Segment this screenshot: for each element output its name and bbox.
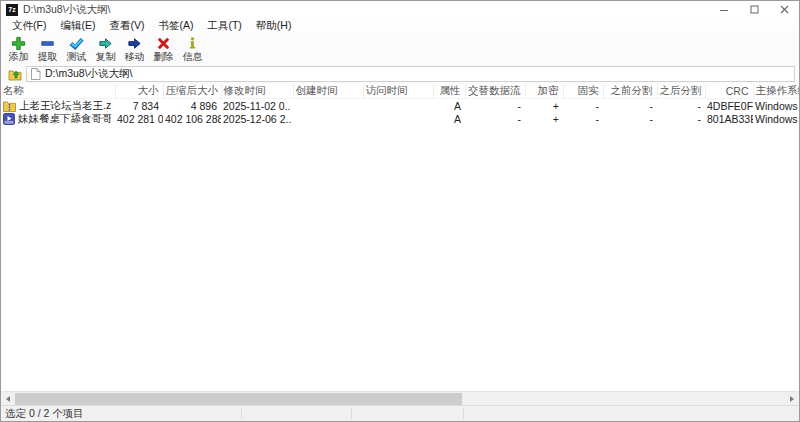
file-split-after: - xyxy=(657,112,705,125)
window-controls xyxy=(709,1,799,18)
folder-up-icon xyxy=(8,68,23,81)
copy-arrow-icon xyxy=(98,36,113,51)
column-split-before[interactable]: 之前分割 xyxy=(603,84,657,99)
status-bar: 选定 0 / 2 个项目 xyxy=(1,405,799,421)
file-alt-streams: - xyxy=(465,99,525,113)
file-packed-size: 402 106 288 xyxy=(163,112,221,125)
maximize-icon xyxy=(750,5,759,14)
column-split-after[interactable]: 之后分割 xyxy=(657,84,705,99)
file-crc: 801AB33E xyxy=(705,112,753,125)
file-created xyxy=(293,99,363,113)
test-check-icon xyxy=(69,36,84,51)
file-created xyxy=(293,112,363,125)
parent-folder-button[interactable] xyxy=(4,66,26,82)
menu-tools[interactable]: 工具(T) xyxy=(200,18,248,34)
scrollbar-thumb[interactable] xyxy=(15,393,462,405)
column-crc[interactable]: CRC xyxy=(705,84,753,99)
file-host-os: Windows xyxy=(753,99,799,113)
file-split-before: - xyxy=(603,112,657,125)
status-separator xyxy=(463,408,464,419)
status-separator xyxy=(351,408,352,419)
scroll-right-icon xyxy=(790,396,794,402)
file-alt-streams: - xyxy=(465,112,525,125)
move-button[interactable]: 移动 xyxy=(120,36,149,63)
column-header-row: 名称 大小 压缩后大小 修改时间 创建时间 访问时间 属性 交替数据流 加密 固… xyxy=(1,84,799,99)
test-button[interactable]: 测试 xyxy=(62,36,91,63)
menu-help[interactable]: 帮助(H) xyxy=(249,18,299,34)
maximize-button[interactable] xyxy=(739,1,769,18)
document-icon xyxy=(30,68,41,80)
file-split-before: - xyxy=(603,99,657,113)
scroll-left-button[interactable] xyxy=(1,392,15,406)
column-size[interactable]: 大小 xyxy=(115,84,163,99)
extract-button[interactable]: 提取 xyxy=(33,36,62,63)
copy-label: 复制 xyxy=(96,51,116,63)
address-path: D:\m3u8\小说大纲\ xyxy=(45,67,133,81)
column-attributes[interactable]: 属性 xyxy=(433,84,465,99)
close-button[interactable] xyxy=(769,1,799,18)
address-combobox[interactable]: D:\m3u8\小说大纲\ xyxy=(26,66,795,82)
file-name: 妹妹餐桌下舔食哥哥的.. xyxy=(18,112,111,125)
extract-label: 提取 xyxy=(38,51,58,63)
7zip-file-manager-window: 7z D:\m3u8\小说大纲\ 文件(F) 编辑(E) 查看(V) 书签(A)… xyxy=(0,0,800,422)
scroll-left-icon xyxy=(6,396,10,402)
copy-button[interactable]: 复制 xyxy=(91,36,120,63)
file-solid: - xyxy=(563,112,603,125)
menu-bookmarks[interactable]: 书签(A) xyxy=(151,18,200,34)
minimize-button[interactable] xyxy=(709,1,739,18)
column-host-os[interactable]: 主操作系统 xyxy=(753,84,799,99)
add-plus-icon xyxy=(11,36,26,51)
window-title: D:\m3u8\小说大纲\ xyxy=(23,3,709,17)
horizontal-scrollbar xyxy=(1,391,799,405)
menu-edit[interactable]: 编辑(E) xyxy=(53,18,102,34)
column-created[interactable]: 创建时间 xyxy=(293,84,363,99)
scroll-right-button[interactable] xyxy=(785,392,799,406)
move-arrow-icon xyxy=(127,36,142,51)
file-accessed xyxy=(363,112,433,125)
file-modified: 2025-11-02 0.. xyxy=(221,99,293,113)
close-icon xyxy=(780,5,789,14)
menu-view[interactable]: 查看(V) xyxy=(102,18,151,34)
column-encrypted[interactable]: 加密 xyxy=(525,84,563,99)
delete-button[interactable]: 删除 xyxy=(149,36,178,63)
selection-status: 选定 0 / 2 个项目 xyxy=(1,407,84,421)
file-accessed xyxy=(363,99,433,113)
file-attributes: A xyxy=(433,112,465,125)
file-row-zip[interactable]: 上老王论坛当老王.zip 7 834 4 896 2025-11-02 0.. … xyxy=(1,99,799,113)
zip-file-icon xyxy=(3,100,16,112)
file-row-video[interactable]: 妹妹餐桌下舔食哥哥的.. 402 281 077 402 106 288 202… xyxy=(1,112,799,125)
file-host-os: Windows xyxy=(753,112,799,125)
column-alt-streams[interactable]: 交替数据流 xyxy=(465,84,525,99)
file-name: 上老王论坛当老王.zip xyxy=(19,99,111,113)
file-encrypted: + xyxy=(525,99,563,113)
add-button[interactable]: 添加 xyxy=(4,36,33,63)
app-icon: 7z xyxy=(6,4,18,16)
test-label: 测试 xyxy=(67,51,87,63)
file-encrypted: + xyxy=(525,112,563,125)
status-separator xyxy=(241,408,242,419)
delete-x-icon xyxy=(156,36,171,51)
title-bar: 7z D:\m3u8\小说大纲\ xyxy=(1,1,799,18)
file-size: 402 281 077 xyxy=(115,112,163,125)
column-accessed[interactable]: 访问时间 xyxy=(363,84,433,99)
column-modified[interactable]: 修改时间 xyxy=(221,84,293,99)
column-packed-size[interactable]: 压缩后大小 xyxy=(163,84,221,99)
info-label: 信息 xyxy=(183,51,203,63)
file-split-after: - xyxy=(657,99,705,113)
add-label: 添加 xyxy=(9,51,29,63)
file-packed-size: 4 896 xyxy=(163,99,221,113)
info-button[interactable]: 信息 xyxy=(178,36,207,63)
file-size: 7 834 xyxy=(115,99,163,113)
file-attributes: A xyxy=(433,99,465,113)
file-solid: - xyxy=(563,99,603,113)
file-modified: 2025-12-06 2.. xyxy=(221,112,293,125)
column-solid[interactable]: 固实 xyxy=(563,84,603,99)
minimize-icon xyxy=(719,5,729,15)
toolbar: 添加 提取 测试 复制 移动 xyxy=(1,34,799,65)
menu-file[interactable]: 文件(F) xyxy=(5,18,53,34)
menu-bar: 文件(F) 编辑(E) 查看(V) 书签(A) 工具(T) 帮助(H) xyxy=(1,18,799,34)
scrollbar-track[interactable] xyxy=(15,392,785,405)
delete-label: 删除 xyxy=(154,51,174,63)
address-bar: D:\m3u8\小说大纲\ xyxy=(1,65,799,84)
column-name[interactable]: 名称 xyxy=(1,84,115,99)
